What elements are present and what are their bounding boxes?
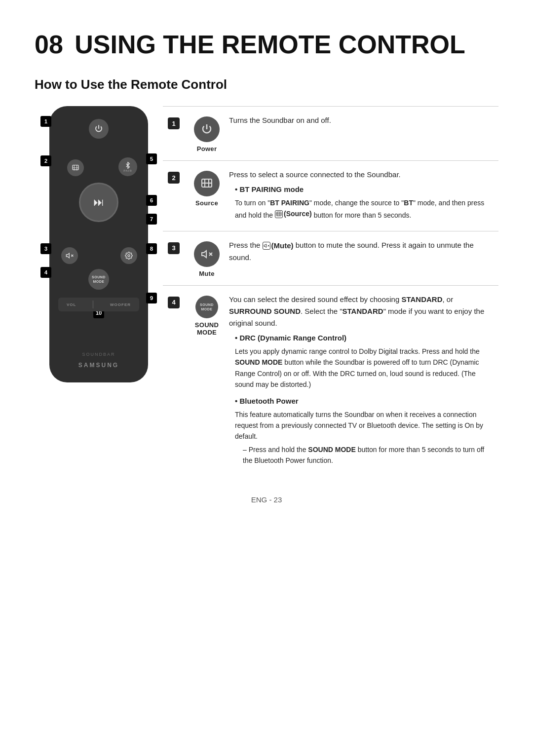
remote-label-2: 2 — [40, 155, 51, 166]
features-table: 1 Power Turns the Soundbar on and off. 2 — [163, 106, 498, 476]
sound-mode-button: SOUNDMODE — [88, 269, 109, 290]
remote-label-6: 6 — [146, 195, 157, 206]
source-label: Source — [195, 199, 218, 207]
sound-mode-label: SOUND MODE — [185, 321, 229, 336]
remote-label-8: 8 — [146, 243, 157, 254]
soundbar-label: SOUNDBAR — [82, 352, 115, 357]
remote-label-9: 9 — [146, 293, 157, 303]
row-number-3: 3 — [168, 242, 180, 254]
row-number-4: 4 — [168, 297, 180, 308]
mute-button — [61, 247, 78, 264]
power-icon-circle — [194, 116, 220, 142]
page-title: 08 USING THE REMOTE CONTROL — [35, 30, 498, 59]
bt-pair-button: PAIR — [118, 157, 137, 176]
source-button — [67, 159, 84, 176]
mute-desc: Press the (Mute) button to mute the soun… — [229, 239, 498, 265]
table-row-power: 1 Power Turns the Soundbar on and off. — [163, 107, 498, 161]
remote-label-7: 7 — [146, 214, 157, 225]
power-button — [89, 119, 109, 139]
remote-label-5: 5 — [146, 153, 157, 164]
svg-marker-16 — [264, 244, 266, 248]
mute-icon-circle — [194, 241, 220, 267]
power-label: Power — [197, 145, 217, 152]
svg-marker-1 — [66, 253, 69, 258]
table-row-soundmode: 4 SOUNDMODE SOUND MODE You can select th… — [163, 286, 498, 476]
settings-button — [120, 247, 137, 264]
svg-marker-13 — [202, 251, 206, 258]
remote-label-4: 4 — [40, 267, 51, 278]
source-desc: Press to select a source connected to th… — [229, 169, 498, 223]
page-footer: ENG - 23 — [35, 495, 498, 504]
remote-label-3: 3 — [40, 243, 51, 254]
sound-mode-icon-circle: SOUNDMODE — [195, 296, 218, 318]
mute-label: Mute — [199, 270, 215, 277]
sound-mode-desc: You can select the desired sound effect … — [229, 294, 498, 468]
playpause-button: ⏭ — [79, 183, 118, 222]
table-row-source: 2 Source Press to select a source connec… — [163, 161, 498, 231]
svg-rect-0 — [73, 165, 78, 170]
row-number-1: 1 — [168, 117, 180, 129]
vol-label: VOL — [67, 302, 76, 307]
woofer-label: WOOFER — [110, 302, 131, 307]
remote-label-1: 1 — [40, 116, 51, 127]
table-row-mute: 3 Mute Press the (Mute) button to mute t… — [163, 231, 498, 286]
samsung-label: SAMSUNG — [78, 362, 119, 369]
source-icon-circle — [194, 171, 220, 196]
row-number-2: 2 — [168, 172, 180, 184]
remote-control-diagram: 1 2 3 4 5 6 7 8 9 10 — [35, 106, 148, 382]
svg-point-4 — [128, 255, 130, 257]
bt-pair-label: PAIR — [123, 169, 132, 172]
section-title: How to Use the Remote Control — [35, 77, 498, 92]
vol-woofer-bar: VOL WOOFER — [58, 298, 139, 311]
power-desc: Turns the Soundbar on and off. — [229, 114, 498, 126]
